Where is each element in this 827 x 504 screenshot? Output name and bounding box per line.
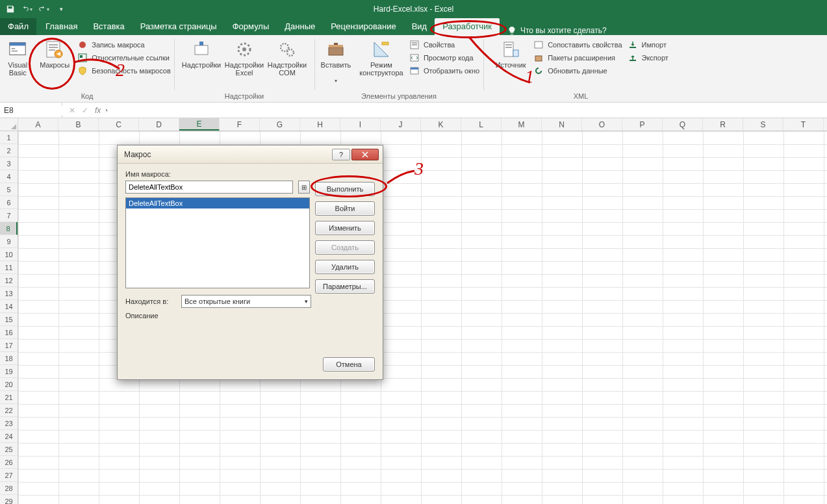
row-header[interactable]: 29	[0, 495, 18, 504]
row-header[interactable]: 20	[0, 378, 18, 391]
cancel-icon[interactable]: ✕	[69, 106, 75, 115]
refresh-data-button[interactable]: Обновить данные	[532, 65, 623, 77]
fx-icon[interactable]: fx	[95, 106, 101, 115]
run-button[interactable]: Выполнить	[315, 182, 375, 196]
row-header[interactable]: 1	[0, 131, 18, 144]
column-headers[interactable]: ABCDEFGHIJKLMNOPQRST	[18, 118, 827, 131]
row-header[interactable]: 23	[0, 417, 18, 430]
map-properties-button[interactable]: Сопоставить свойства	[532, 39, 623, 51]
tab-review[interactable]: Рецензирование	[323, 18, 403, 35]
col-header[interactable]: T	[783, 118, 824, 131]
col-header[interactable]: C	[99, 118, 139, 131]
col-header[interactable]: E	[179, 118, 220, 131]
col-header[interactable]: R	[703, 118, 743, 131]
col-header[interactable]: P	[622, 118, 663, 131]
com-addins-button[interactable]: Надстройки COM	[267, 38, 307, 77]
row-header[interactable]: 24	[0, 430, 18, 443]
row-header[interactable]: 4	[0, 170, 18, 183]
row-header[interactable]: 13	[0, 287, 18, 300]
row-header[interactable]: 21	[0, 391, 18, 404]
name-box[interactable]: ▾	[0, 103, 62, 118]
addins-button[interactable]: Надстройки	[181, 38, 222, 77]
save-icon[interactable]	[5, 4, 16, 14]
options-button[interactable]: Параметры...	[315, 279, 375, 294]
design-mode-button[interactable]: Режим конструктора	[357, 38, 405, 77]
show-dialog-button[interactable]: Отобразить окно	[408, 65, 481, 77]
formula-input[interactable]	[107, 103, 827, 118]
row-header[interactable]: 18	[0, 352, 18, 365]
col-header[interactable]: B	[58, 118, 99, 131]
tab-view[interactable]: Вид	[404, 18, 435, 35]
step-into-button[interactable]: Войти	[315, 201, 375, 216]
col-header[interactable]: J	[381, 118, 421, 131]
create-button[interactable]: Создать	[315, 240, 375, 255]
location-dropdown[interactable]: Все открытые книги ▾	[181, 295, 311, 308]
view-code-button[interactable]: Просмотр кода	[408, 52, 481, 64]
record-macro-button[interactable]: Запись макроса	[76, 39, 172, 51]
col-header[interactable]: S	[743, 118, 783, 131]
row-header[interactable]: 27	[0, 469, 18, 482]
qat-customize-icon[interactable]: ▾	[56, 4, 66, 14]
redo-icon[interactable]: ▾	[39, 4, 49, 14]
tab-page-layout[interactable]: Разметка страницы	[133, 18, 225, 35]
col-header[interactable]: O	[582, 118, 622, 131]
row-header[interactable]: 19	[0, 365, 18, 378]
col-header[interactable]: G	[260, 118, 300, 131]
row-header[interactable]: 16	[0, 326, 18, 339]
row-header[interactable]: 26	[0, 456, 18, 469]
col-header[interactable]: D	[139, 118, 179, 131]
col-header[interactable]: K	[421, 118, 461, 131]
list-item[interactable]: DeleteAllTextBox	[126, 198, 309, 208]
row-header[interactable]: 14	[0, 300, 18, 313]
tab-file[interactable]: Файл	[0, 18, 36, 35]
row-header[interactable]: 22	[0, 404, 18, 417]
tab-formulas[interactable]: Формулы	[225, 18, 277, 35]
row-header[interactable]: 2	[0, 144, 18, 157]
macros-button[interactable]: Макросы	[36, 38, 73, 77]
row-header[interactable]: 11	[0, 261, 18, 274]
col-header[interactable]: F	[220, 118, 260, 131]
col-header[interactable]: N	[542, 118, 582, 131]
tell-me-search[interactable]: Что вы хотите сделать?	[507, 26, 607, 35]
col-header[interactable]: A	[18, 118, 58, 131]
expansion-packs-button[interactable]: Пакеты расширения	[532, 52, 623, 64]
properties-button[interactable]: Свойства	[408, 39, 481, 51]
col-header[interactable]: H	[300, 118, 340, 131]
dialog-title-bar[interactable]: Макрос ?	[118, 145, 383, 164]
row-header[interactable]: 5	[0, 183, 18, 196]
row-header[interactable]: 9	[0, 235, 18, 248]
macro-list[interactable]: DeleteAllTextBox	[125, 197, 310, 288]
row-header[interactable]: 28	[0, 482, 18, 495]
row-header[interactable]: 3	[0, 157, 18, 170]
select-all-corner[interactable]	[0, 118, 18, 131]
delete-button[interactable]: Удалить	[315, 260, 375, 274]
col-header[interactable]: I	[340, 118, 381, 131]
row-header[interactable]: 10	[0, 248, 18, 261]
cancel-button[interactable]: Отмена	[323, 357, 375, 372]
macro-name-input[interactable]	[125, 181, 293, 194]
row-headers[interactable]: 1234567891011121314151617181920212223242…	[0, 131, 18, 504]
excel-addins-button[interactable]: Надстройки Excel	[224, 38, 264, 77]
tab-home[interactable]: Главная	[38, 18, 85, 35]
help-button[interactable]: ?	[332, 149, 350, 160]
row-header[interactable]: 17	[0, 339, 18, 352]
enter-icon[interactable]: ✓	[82, 106, 88, 115]
row-header[interactable]: 8	[0, 222, 18, 235]
col-header[interactable]: Q	[663, 118, 703, 131]
export-button[interactable]: Экспорт	[626, 52, 670, 64]
row-header[interactable]: 25	[0, 443, 18, 456]
col-header[interactable]: L	[461, 118, 502, 131]
col-header[interactable]: M	[502, 118, 542, 131]
import-button[interactable]: Импорт	[626, 39, 670, 51]
edit-button[interactable]: Изменить	[315, 221, 375, 235]
insert-controls-button[interactable]: Вставить▾	[317, 38, 355, 84]
macro-name-picker-icon[interactable]: ⊞	[298, 181, 310, 194]
row-header[interactable]: 12	[0, 274, 18, 287]
tab-data[interactable]: Данные	[277, 18, 323, 35]
macro-security-button[interactable]: Безопасность макросов	[76, 65, 172, 77]
visual-basic-button[interactable]: Visual Basic	[2, 38, 33, 77]
row-header[interactable]: 15	[0, 313, 18, 326]
row-header[interactable]: 7	[0, 209, 18, 222]
close-button[interactable]	[351, 149, 379, 160]
relative-refs-button[interactable]: Относительные ссылки	[76, 52, 172, 64]
